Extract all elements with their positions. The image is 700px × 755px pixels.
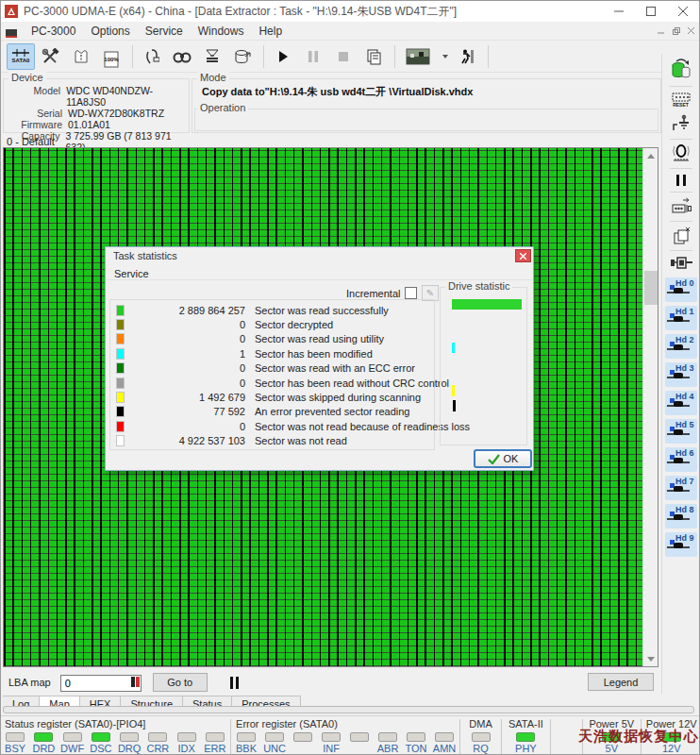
status-led: DRQ <box>115 732 143 754</box>
color-swatch <box>116 333 125 344</box>
ok-button[interactable]: OK <box>474 449 532 468</box>
toolbar-separator <box>394 45 395 68</box>
sector-counter-icon[interactable] <box>665 144 697 163</box>
hd-head-icon <box>667 453 690 470</box>
hd-head-button[interactable]: Hd 8 <box>665 504 697 528</box>
copy-pages-button[interactable] <box>359 43 388 70</box>
hd-head-button[interactable]: Hd 0 <box>665 277 697 302</box>
sector-count: 1 <box>125 348 245 360</box>
data-container-button[interactable] <box>228 43 257 70</box>
legend-button[interactable]: Legend <box>588 673 654 691</box>
device-field-row: Serial WD-WX72D80K8TRZ <box>4 108 189 119</box>
sector-label: Sector was read successfully <box>255 305 389 316</box>
utility-tools-button[interactable] <box>37 43 65 70</box>
sector-label: Sector has been read without CRC control <box>255 378 449 389</box>
menu-item[interactable]: Options <box>83 23 137 40</box>
minimize-button[interactable] <box>603 1 635 22</box>
drive-statistic-mark <box>452 343 455 353</box>
drive-statistic-box: Drive statistic <box>440 287 527 445</box>
goto-button[interactable]: Go to <box>153 673 208 692</box>
drive-statistic-mark <box>452 299 522 310</box>
close-button[interactable] <box>667 1 699 22</box>
map-scrollbar[interactable] <box>642 148 658 666</box>
search-binoculars-button[interactable] <box>168 43 196 70</box>
hd-head-icon <box>667 311 690 328</box>
mdi-close-icon[interactable] <box>688 26 695 37</box>
oscilloscope-probe-button[interactable] <box>138 43 166 70</box>
menu-item[interactable]: Windows <box>191 23 252 40</box>
maximize-button[interactable] <box>635 1 667 22</box>
error-led: AMN <box>430 732 458 754</box>
device-field-row: Firmware 01.01A01 <box>4 119 189 130</box>
stop-button[interactable] <box>329 43 358 70</box>
hd-head-button[interactable]: Hd 4 <box>665 391 697 415</box>
sector-count: 0 <box>125 378 245 389</box>
mdi-minimize-icon[interactable] <box>658 26 665 37</box>
map-pause-icon[interactable] <box>225 673 245 692</box>
exit-button[interactable] <box>453 43 481 70</box>
filter-funnel-button[interactable] <box>198 43 226 70</box>
hd-head-button[interactable]: Hd 7 <box>665 476 697 500</box>
statistics-row: 0 Sector was read using utility <box>110 332 434 346</box>
error-led: ABR <box>374 732 402 754</box>
drive-statistic-mark <box>453 400 456 411</box>
scroll-up-icon[interactable] <box>643 148 658 163</box>
power-probe-icon[interactable] <box>665 113 697 134</box>
percent-doc-button[interactable]: 100% <box>97 43 125 70</box>
pause-button[interactable] <box>299 43 327 70</box>
chip-transfer-icon[interactable] <box>665 197 697 216</box>
sata0-port-button[interactable]: SATA0 <box>7 43 35 70</box>
scroll-down-icon[interactable] <box>643 651 658 666</box>
info-panel: Device Model WDC WD40NDZW-11A8JS0 Serial… <box>1 73 663 135</box>
sector-count: 0 <box>125 421 245 432</box>
status-led: IDX <box>173 732 201 754</box>
statistics-row: 1 492 679 Sector was skipped during scan… <box>110 390 434 404</box>
sata2-title: SATA-II <box>503 718 549 731</box>
sector-label: Sector was read using utility <box>255 333 384 344</box>
pause-task-icon[interactable] <box>665 174 697 187</box>
hd-head-button[interactable]: Hd 9 <box>665 532 697 557</box>
statistics-row: 0 Sector was not read because of readine… <box>110 419 434 433</box>
sector-count: 2 889 864 257 <box>125 305 245 316</box>
error-led: UNC <box>260 732 289 754</box>
mdi-restore-icon[interactable] <box>673 26 680 37</box>
dialog-title: Task statistics <box>106 247 533 261</box>
dialog-close-button[interactable] <box>515 249 531 262</box>
scroll-thumb[interactable] <box>644 271 658 305</box>
reset-button[interactable]: RESET <box>665 92 697 108</box>
lba-input[interactable] <box>60 675 142 692</box>
menu-item[interactable]: Help <box>251 23 290 40</box>
device-field-label: Serial <box>4 108 62 119</box>
status-led: DSC <box>87 732 115 754</box>
hd-head-button[interactable]: Hd 5 <box>665 419 697 444</box>
drive-statistic-mark <box>452 385 455 396</box>
close-copies-icon[interactable] <box>665 226 697 245</box>
sector-count: 77 592 <box>125 406 245 417</box>
dma-title: DMA <box>461 718 500 731</box>
device-field-value: WD-WX72D80K8TRZ <box>68 108 164 119</box>
map-view-button[interactable] <box>400 43 436 70</box>
menu-item[interactable]: PC-3000 <box>24 23 83 40</box>
lba-map-label: LBA map <box>8 677 51 688</box>
menu-item[interactable]: Service <box>138 23 191 40</box>
device-field-value: WDC WD40NDZW-11A8JS0 <box>66 85 189 108</box>
incremental-checkbox[interactable] <box>405 287 417 299</box>
device-groupbox: Device Model WDC WD40NDZW-11A8JS0 Serial… <box>3 78 190 133</box>
map-view-dropdown[interactable] <box>438 43 451 70</box>
sector-count: 4 922 537 103 <box>125 435 245 446</box>
toolbar: SATA0 100% <box>1 41 663 73</box>
script-info-button[interactable] <box>67 43 95 70</box>
hd-head-button[interactable]: Hd 1 <box>665 306 697 330</box>
dialog-titlebar[interactable]: Task statistics <box>106 247 533 264</box>
hd-head-button[interactable]: Hd 6 <box>665 447 697 472</box>
ide-connector-icon[interactable] <box>665 256 697 269</box>
hd-head-button[interactable]: Hd 2 <box>665 334 697 359</box>
right-sidebar: RESET Hd 0 <box>661 54 699 694</box>
hd-head-button[interactable]: Hd 3 <box>665 362 697 387</box>
hd-head-icon <box>667 481 690 498</box>
lba-input-icon[interactable] <box>131 677 140 687</box>
start-button[interactable] <box>269 43 297 70</box>
hd-head-icon <box>667 283 690 300</box>
virtual-disk-icon[interactable] <box>665 57 697 81</box>
dialog-menu-service[interactable]: Service <box>106 266 149 279</box>
